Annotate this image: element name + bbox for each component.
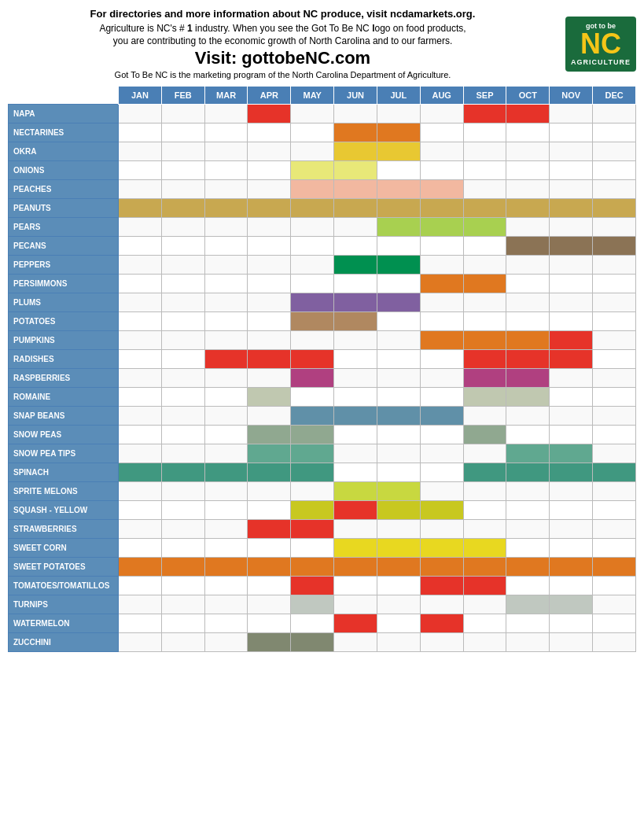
availability-cell [161, 350, 204, 369]
availability-cell [463, 539, 506, 558]
availability-cell [377, 350, 420, 369]
availability-cell [506, 123, 550, 142]
availability-cell [334, 312, 377, 331]
availability-cell [334, 331, 377, 350]
availability-cell [291, 350, 334, 369]
availability-cell [420, 426, 463, 444]
availability-cell [334, 595, 377, 614]
availability-cell [506, 312, 550, 331]
availability-cell [204, 369, 248, 388]
availability-cell [291, 123, 334, 142]
availability-cell [420, 463, 463, 482]
availability-cell [377, 218, 420, 237]
availability-cell [463, 520, 506, 539]
availability-cell [248, 426, 291, 444]
availability-cell [593, 256, 636, 275]
availability-cell [334, 161, 377, 180]
produce-label: SWEET POTATOES [9, 558, 119, 577]
availability-cell [377, 595, 420, 614]
availability-cell [248, 558, 291, 577]
availability-cell [248, 633, 291, 652]
availability-cell [593, 105, 636, 123]
availability-cell [161, 501, 204, 520]
availability-cell [291, 218, 334, 237]
header-got: Got To Be NC is the marketing program of… [8, 70, 558, 79]
availability-cell [248, 105, 291, 123]
availability-cell [377, 199, 420, 218]
availability-cell [161, 237, 204, 256]
availability-cell [204, 444, 248, 463]
availability-cell [161, 161, 204, 180]
availability-cell [161, 595, 204, 614]
availability-cell [463, 218, 506, 237]
availability-cell [161, 520, 204, 539]
table-row: TURNIPS [9, 595, 636, 614]
availability-cell [377, 426, 420, 444]
availability-cell [334, 482, 377, 501]
availability-cell [506, 331, 550, 350]
availability-cell [593, 482, 636, 501]
availability-cell [119, 180, 162, 199]
month-header-nov: NOV [550, 87, 593, 105]
availability-cell [248, 388, 291, 407]
availability-cell [593, 369, 636, 388]
availability-cell [377, 539, 420, 558]
availability-cell [506, 501, 550, 520]
month-header-jul: JUL [377, 87, 420, 105]
availability-cell [593, 501, 636, 520]
availability-cell [463, 293, 506, 312]
availability-cell [161, 180, 204, 199]
availability-cell [119, 199, 162, 218]
availability-cell [204, 350, 248, 369]
availability-cell [420, 350, 463, 369]
availability-cell [204, 293, 248, 312]
availability-cell [291, 256, 334, 275]
availability-cell [204, 482, 248, 501]
availability-cell [204, 558, 248, 577]
produce-label: PUMPKINS [9, 331, 119, 350]
availability-cell [334, 350, 377, 369]
availability-cell [420, 558, 463, 577]
availability-cell [377, 293, 420, 312]
availability-cell [248, 256, 291, 275]
availability-cell [550, 275, 593, 293]
availability-cell [420, 614, 463, 633]
availability-cell [463, 161, 506, 180]
availability-cell [377, 142, 420, 161]
availability-cell [506, 614, 550, 633]
availability-cell [119, 312, 162, 331]
availability-cell [291, 331, 334, 350]
availability-cell [420, 256, 463, 275]
availability-cell [420, 161, 463, 180]
availability-cell [463, 105, 506, 123]
table-row: ZUCCHINI [9, 633, 636, 652]
availability-cell [463, 256, 506, 275]
availability-cell [377, 614, 420, 633]
header-visit: Visit: gottobeNC.com [8, 48, 558, 68]
availability-cell [119, 426, 162, 444]
table-row: PUMPKINS [9, 331, 636, 350]
availability-cell [463, 614, 506, 633]
availability-cell [161, 614, 204, 633]
produce-label: SQUASH - YELLOW [9, 501, 119, 520]
availability-cell [377, 444, 420, 463]
produce-label: SPINACH [9, 463, 119, 482]
availability-cell [291, 199, 334, 218]
availability-cell [550, 463, 593, 482]
availability-cell [334, 407, 377, 426]
availability-cell [506, 142, 550, 161]
availability-cell [463, 463, 506, 482]
availability-cell [506, 558, 550, 577]
availability-cell [506, 237, 550, 256]
availability-cell [420, 293, 463, 312]
availability-cell [377, 501, 420, 520]
table-row: ROMAINE [9, 388, 636, 407]
availability-cell [334, 256, 377, 275]
availability-cell [119, 142, 162, 161]
produce-label: POTATOES [9, 312, 119, 331]
availability-cell [248, 161, 291, 180]
availability-cell [550, 426, 593, 444]
logo-nc-text: NC [580, 30, 621, 58]
produce-label: SPRITE MELONS [9, 482, 119, 501]
availability-cell [463, 577, 506, 595]
